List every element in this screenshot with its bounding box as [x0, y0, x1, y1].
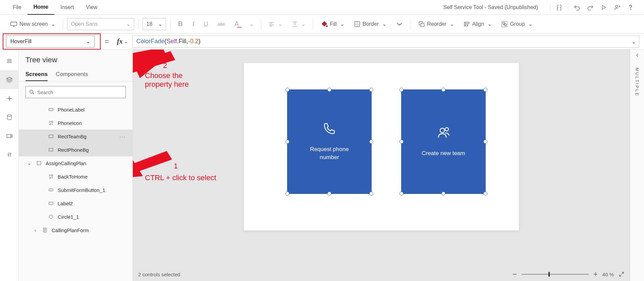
undo-icon[interactable] — [570, 0, 584, 15]
svg-rect-19 — [49, 135, 53, 138]
menu-file[interactable]: File — [7, 0, 28, 15]
formula-expand-icon[interactable]: ⌄ — [631, 38, 636, 45]
expand-panel-icon[interactable] — [635, 53, 640, 58]
zoom-controls: − + 40 % — [513, 270, 625, 279]
italic-button[interactable]: I — [189, 18, 198, 30]
fx-button[interactable]: fx ⌄ — [113, 36, 132, 48]
rectangle-icon — [48, 147, 54, 152]
svg-rect-21 — [37, 161, 41, 165]
left-rail — [0, 50, 19, 281]
tree-item-rectphonebg[interactable]: RectPhoneBg — [19, 143, 132, 156]
svg-rect-2 — [11, 22, 17, 25]
tree-item-circle1[interactable]: Circle1_1 — [19, 210, 132, 223]
label-icon — [48, 201, 54, 206]
text-align-button[interactable]: ⌄ — [265, 18, 286, 30]
icon-icon — [48, 174, 54, 179]
zoom-out-button[interactable]: − — [513, 270, 517, 279]
card-create-team[interactable]: Create new team — [401, 90, 485, 194]
card-request-phone[interactable]: Request phone number — [287, 90, 371, 194]
menu-insert[interactable]: Insert — [54, 0, 80, 15]
strikethrough-button[interactable]: abc — [214, 18, 229, 30]
svg-rect-8 — [502, 21, 507, 27]
zoom-in-button[interactable]: + — [593, 270, 598, 279]
vertical-align-button[interactable]: ⌄ — [288, 18, 309, 30]
chevron-down-icon: ⌄ — [126, 21, 130, 27]
fit-screen-icon[interactable] — [619, 271, 625, 277]
svg-rect-6 — [465, 22, 469, 23]
tree-item-callingplanform[interactable]: › CallingPlanForm — [19, 223, 132, 237]
button-icon — [48, 187, 54, 193]
chevron-down-icon[interactable]: ⌄ — [26, 160, 32, 166]
tab-screens[interactable]: Screens — [25, 68, 48, 81]
help-icon[interactable] — [624, 0, 637, 15]
svg-point-29 — [445, 128, 448, 131]
rail-media-icon[interactable] — [0, 127, 19, 145]
new-screen-button[interactable]: New screen ⌄ — [7, 18, 59, 30]
font-color-button[interactable]: A⌄ — [231, 18, 257, 30]
expand-toggle-button[interactable] — [392, 18, 407, 30]
search-input[interactable] — [25, 86, 126, 98]
canvas-area: Request phone number Create new team — [133, 50, 630, 281]
tab-components[interactable]: Components — [56, 68, 88, 81]
ribbon-toolbar: New screen ⌄ Open Sans ⌄ 18 ⌄ B I U abc … — [0, 15, 644, 33]
tree-item-phoneicon[interactable]: PhoneIcon — [19, 116, 132, 130]
rail-data-icon[interactable] — [0, 108, 19, 127]
svg-rect-9 — [503, 22, 505, 24]
share-icon[interactable] — [610, 0, 624, 15]
chevron-right-icon[interactable]: › — [32, 227, 38, 233]
rail-insert-icon[interactable] — [0, 89, 19, 108]
property-selector[interactable]: HoverFill ⌄ — [6, 36, 95, 48]
bold-button[interactable]: B — [174, 18, 186, 30]
svg-point-0 — [615, 5, 618, 7]
align-button[interactable]: Align⌄ — [460, 18, 495, 30]
formula-input[interactable]: ColorFade(Self.Fill,-0.2) ⌄ — [132, 36, 639, 48]
rail-hamburger-icon[interactable] — [0, 52, 19, 70]
app-checker-icon[interactable] — [552, 0, 566, 15]
tree-view-panel: Tree view Screens Components PhoneLabel … — [19, 50, 133, 281]
tree-item-backtohome[interactable]: BackToHome — [19, 170, 132, 183]
svg-point-22 — [49, 175, 51, 176]
play-icon[interactable] — [597, 0, 610, 15]
artboard[interactable]: Request phone number Create new team — [244, 63, 519, 230]
menu-home[interactable]: Home — [28, 0, 54, 15]
font-size-select[interactable]: 18 ⌄ — [143, 18, 166, 30]
svg-point-1 — [630, 9, 631, 9]
svg-rect-18 — [51, 121, 53, 123]
group-button[interactable]: Group⌄ — [498, 18, 536, 30]
chevron-down-icon: ⌄ — [86, 38, 90, 45]
svg-point-11 — [7, 115, 11, 117]
main-area: Tree view Screens Components PhoneLabel … — [0, 50, 644, 281]
tree-item-submitformbutton[interactable]: SubmitFormButton_1 — [19, 183, 132, 197]
chevron-down-icon: ⌄ — [51, 21, 55, 27]
font-family-select[interactable]: Open Sans ⌄ — [67, 18, 134, 30]
menu-view[interactable]: View — [80, 0, 103, 15]
redo-icon[interactable] — [584, 0, 597, 15]
zoom-slider[interactable] — [522, 274, 589, 275]
right-panel-label: MULTIPLE — [635, 68, 640, 97]
card-label: Create new team — [422, 149, 465, 157]
search-icon — [29, 89, 35, 95]
fx-icon: fx — [117, 38, 123, 45]
tree-item-label2[interactable]: Label2 — [19, 197, 132, 210]
rail-advanced-icon[interactable] — [0, 145, 19, 164]
right-properties-panel-collapsed: MULTIPLE — [630, 50, 644, 281]
more-icon[interactable]: ··· — [117, 134, 128, 139]
card-label: Request phone number — [310, 145, 348, 161]
fill-button[interactable]: Fill⌄ — [317, 18, 348, 30]
tree-item-rectteambg[interactable]: RectTeamBg ··· — [19, 130, 132, 143]
annotation-step2-text: Choose the property here — [145, 71, 189, 89]
status-bar: 2 controls selected − + 40 % — [133, 268, 630, 281]
svg-marker-30 — [133, 50, 170, 83]
rail-tree-view-icon[interactable] — [0, 70, 19, 89]
canvas-scroll[interactable]: Request phone number Create new team — [133, 50, 630, 268]
tree-item-assigncallingplan[interactable]: ⌄ AssignCallingPlan — [19, 156, 132, 170]
reorder-button[interactable]: Reorder⌄ — [415, 18, 458, 30]
svg-rect-23 — [51, 175, 53, 176]
tree-item-phonelabel[interactable]: PhoneLabel — [19, 103, 132, 116]
tree-list: PhoneLabel PhoneIcon RectTeamBg ··· Rect… — [19, 103, 132, 281]
underline-button[interactable]: U — [201, 18, 212, 30]
border-button[interactable]: Border⌄ — [351, 18, 390, 30]
svg-marker-33 — [133, 50, 175, 85]
label-icon — [48, 107, 54, 112]
svg-point-14 — [10, 153, 11, 154]
